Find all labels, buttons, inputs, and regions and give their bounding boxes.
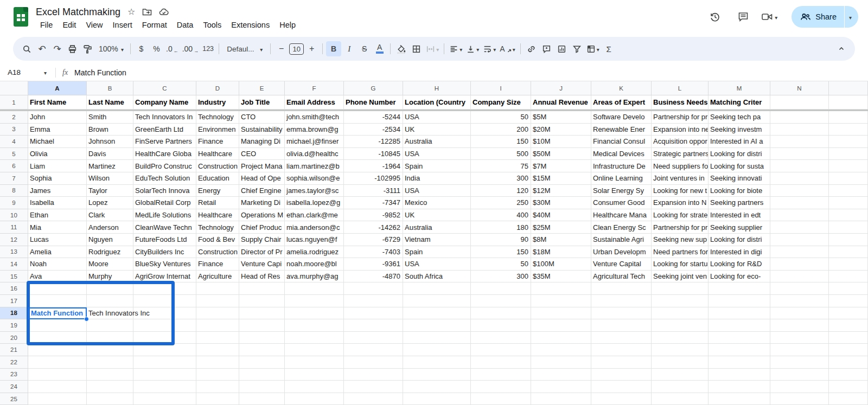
table-views-button[interactable] (585, 41, 601, 56)
cell-G25[interactable] (344, 393, 403, 405)
font-select[interactable]: Defaul... (222, 41, 267, 56)
row-header-7[interactable]: 7 (0, 172, 28, 185)
cell-G4[interactable]: -12285 (344, 136, 403, 148)
cell-J22[interactable] (531, 356, 591, 369)
cell-G17[interactable] (344, 295, 403, 307)
cell-J17[interactable] (531, 295, 591, 307)
cell-E10[interactable]: Operations M (239, 209, 285, 222)
cell-K16[interactable] (591, 282, 652, 295)
cell-A11[interactable]: Mia (28, 221, 87, 234)
cell-K22[interactable] (591, 356, 652, 369)
insert-comment-button[interactable] (539, 41, 554, 56)
cell-C23[interactable] (133, 369, 196, 381)
column-header-A[interactable]: A (28, 81, 87, 95)
cell-E21[interactable] (239, 344, 285, 356)
cell-I17[interactable] (471, 295, 531, 307)
row-header-10[interactable]: 10 (0, 209, 28, 222)
row-header-24[interactable]: 24 (0, 381, 28, 393)
cell-G21[interactable] (344, 344, 403, 356)
cell-I13[interactable]: 150 (471, 246, 531, 259)
cell-B11[interactable]: Anderson (87, 221, 133, 234)
cell-I14[interactable]: 50 (471, 258, 531, 271)
cell-A12[interactable]: Lucas (28, 234, 87, 246)
cell-I12[interactable]: 90 (471, 234, 531, 246)
cell-D3[interactable]: Environmen (196, 124, 239, 136)
cell-B9[interactable]: Lopez (87, 197, 133, 209)
cell-H8[interactable]: USA (403, 185, 471, 197)
paint-format-button[interactable] (80, 41, 95, 56)
cell-E18[interactable] (239, 307, 285, 320)
cell-H15[interactable]: South Africa (403, 271, 471, 283)
cell-F23[interactable] (285, 369, 344, 381)
cell-G15[interactable]: -4870 (344, 271, 403, 283)
cell-J24[interactable] (531, 381, 591, 393)
cell-J15[interactable]: $35M (531, 271, 591, 283)
row-header-16[interactable]: 16 (0, 282, 28, 295)
cell-K25[interactable] (591, 393, 652, 405)
cell-G10[interactable]: -9852 (344, 209, 403, 222)
cell-D7[interactable]: Education (196, 172, 239, 185)
fill-color-button[interactable] (394, 41, 409, 56)
menu-item-extensions[interactable]: Extensions (227, 20, 274, 30)
cell-J7[interactable]: $15M (531, 172, 591, 185)
select-all-corner[interactable] (0, 81, 28, 95)
meet-caret-icon[interactable] (775, 12, 777, 22)
cell-N8[interactable] (770, 185, 829, 197)
cell-J13[interactable]: $18M (531, 246, 591, 259)
cell-F25[interactable] (285, 393, 344, 405)
cell-B2[interactable]: Smith (87, 111, 133, 124)
cell-H10[interactable]: UK (403, 209, 471, 222)
cell-H16[interactable] (403, 282, 471, 295)
cell-J3[interactable]: $20M (531, 124, 591, 136)
cell-J23[interactable] (531, 369, 591, 381)
cell-C12[interactable]: FutureFoods Ltd (133, 234, 196, 246)
percent-format-button[interactable]: % (149, 41, 164, 56)
cell-K18[interactable] (591, 307, 652, 320)
cell-X19[interactable] (829, 319, 868, 332)
row-header-14[interactable]: 14 (0, 258, 28, 271)
cell-J6[interactable]: $7M (531, 160, 591, 172)
cell-C14[interactable]: BlueSky Ventures (133, 258, 196, 271)
cell-K6[interactable]: Infrastructure De (591, 160, 652, 172)
cell-A10[interactable]: Ethan (28, 209, 87, 222)
cell-K4[interactable]: Financial Consul (591, 136, 652, 148)
cell-G18[interactable] (344, 307, 403, 320)
cell-A8[interactable]: James (28, 185, 87, 197)
row-header-22[interactable]: 22 (0, 356, 28, 369)
cell-C10[interactable]: MedLife Solutions (133, 209, 196, 222)
cell-J19[interactable] (531, 319, 591, 332)
cell-M16[interactable] (709, 282, 770, 295)
cell-K3[interactable]: Renewable Ener (591, 124, 652, 136)
cell-I21[interactable] (471, 344, 531, 356)
cell-A3[interactable]: Emma (28, 124, 87, 136)
borders-button[interactable] (409, 41, 424, 56)
cell-L11[interactable]: Partnership for pr (652, 221, 709, 234)
cell-F17[interactable] (285, 295, 344, 307)
cell-J9[interactable]: $30M (531, 197, 591, 209)
cell-I15[interactable]: 300 (471, 271, 531, 283)
cell-X2[interactable] (829, 111, 868, 124)
cell-C24[interactable] (133, 381, 196, 393)
cell-H21[interactable] (403, 344, 471, 356)
cell-F12[interactable]: lucas.nguyen@f (285, 234, 344, 246)
cell-B23[interactable] (87, 369, 133, 381)
cell-B4[interactable]: Johnson (87, 136, 133, 148)
cell-E7[interactable]: Head of Ope (239, 172, 285, 185)
cell-L16[interactable] (652, 282, 709, 295)
cell-M5[interactable]: Looking for distri (709, 148, 770, 160)
cell-F6[interactable]: liam.martinez@b (285, 160, 344, 172)
cell-E1[interactable]: Job Title (239, 95, 285, 110)
cell-M24[interactable] (709, 381, 770, 393)
cell-M4[interactable]: Interested in AI a (709, 136, 770, 148)
cell-F14[interactable]: noah.moore@bl (285, 258, 344, 271)
cell-H17[interactable] (403, 295, 471, 307)
column-header-N[interactable]: N (770, 81, 829, 95)
cell-J1[interactable]: Annual Revenue (531, 95, 591, 110)
row-header-11[interactable]: 11 (0, 221, 28, 234)
column-header-L[interactable]: L (652, 81, 709, 95)
cell-X9[interactable] (829, 197, 868, 209)
cell-L2[interactable]: Partnership for pr (652, 111, 709, 124)
cell-A6[interactable]: Liam (28, 160, 87, 172)
cell-D14[interactable]: Finance (196, 258, 239, 271)
cell-I11[interactable]: 180 (471, 221, 531, 234)
